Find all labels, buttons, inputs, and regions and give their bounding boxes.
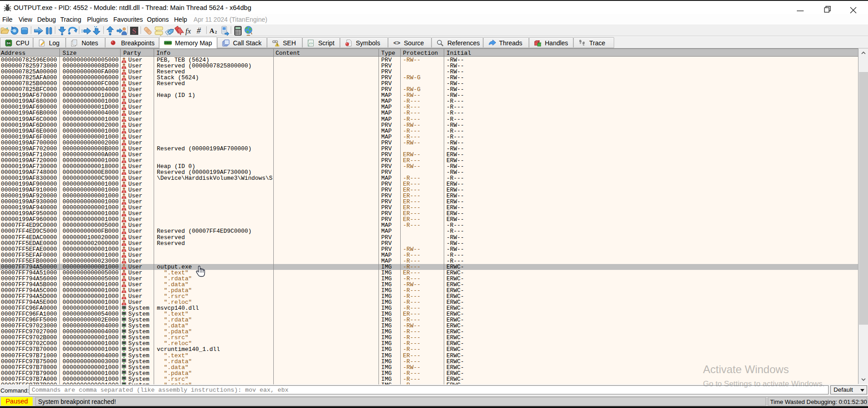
svg-text:A: A [209, 27, 214, 34]
svg-text:2: 2 [215, 30, 217, 34]
svg-text:<>: <> [393, 40, 401, 46]
svg-text:#: # [197, 26, 201, 35]
svg-text:S: S [132, 27, 136, 35]
svg-text:<>: <> [309, 42, 313, 45]
svg-text:64: 64 [7, 42, 10, 45]
svg-text:fx: fx [185, 27, 191, 35]
